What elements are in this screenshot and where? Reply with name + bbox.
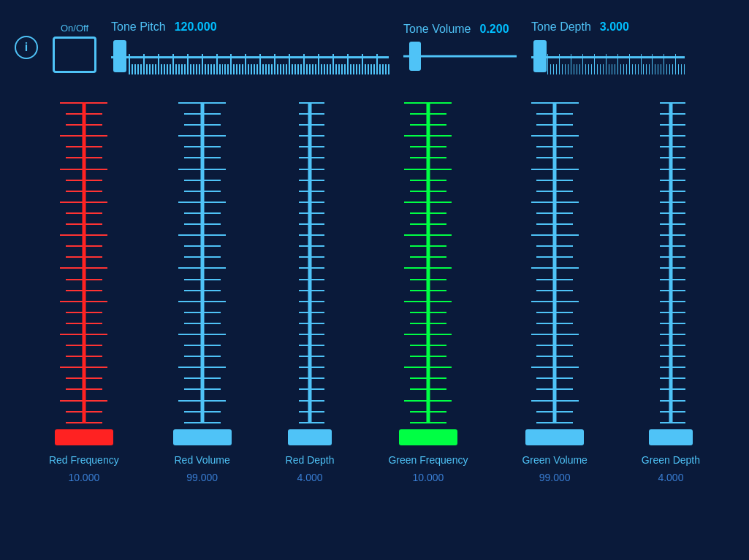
red-volume-value: 99.000 [186,472,218,483]
pitch-thumb[interactable] [113,40,126,72]
tone-depth-label: Tone Depth [531,20,591,34]
green-frequency-label: Green Frequency [388,454,468,466]
tone-volume-value: 0.200 [480,23,509,36]
onoff-label: On/Off [61,23,88,34]
green-vol-bottom [525,429,584,445]
green-depth-col: Green Depth 4.000 [642,102,700,483]
tone-pitch-slider[interactable] [111,38,389,74]
red-vol-track [200,102,204,423]
tone-depth-group: Tone Depth 3.000 [531,20,685,74]
red-depth-slider[interactable] [288,102,332,445]
red-freq-bottom [55,429,113,445]
green-volume-value: 99.000 [539,472,571,483]
green-vol-track [553,102,557,423]
info-button[interactable]: i [15,36,38,59]
depth-thumb[interactable] [533,40,547,72]
tone-depth-slider[interactable] [531,38,685,74]
red-frequency-slider[interactable] [55,102,113,445]
red-depth-bottom [288,429,332,445]
onoff-section: On/Off [53,23,96,73]
green-depth-label: Green Depth [642,454,700,466]
tone-depth-value: 3.000 [600,20,629,34]
tone-volume-label: Tone Volume [403,23,471,36]
green-depth-value: 4.000 [658,472,683,483]
green-depth-track [669,102,672,423]
red-frequency-label: Red Frequency [49,454,119,466]
red-frequency-value: 10.000 [68,472,99,483]
green-volume-label: Green Volume [522,454,588,466]
green-frequency-col: Green Frequency 10.000 [388,102,468,483]
red-depth-value: 4.000 [297,472,323,483]
green-freq-bottom [399,429,457,445]
green-depth-slider[interactable] [649,102,693,445]
main-sliders: Red Frequency 10.000 Red Volume 99.000 R… [0,95,749,560]
green-volume-slider[interactable] [525,102,584,445]
green-volume-col: Green Volume 99.000 [522,102,588,483]
green-frequency-value: 10.000 [413,472,444,483]
red-volume-label: Red Volume [175,454,230,466]
red-volume-slider[interactable] [173,102,232,445]
info-icon: i [25,41,28,54]
tone-pitch-value: 120.000 [175,20,217,34]
tone-volume-group: Tone Volume 0.200 [403,23,517,72]
red-depth-label: Red Depth [286,454,335,466]
tone-volume-slider[interactable] [403,40,517,72]
tone-pitch-group: Tone Pitch 120.000 [111,20,389,74]
onoff-toggle[interactable] [53,37,96,73]
red-vol-bottom [173,429,232,445]
red-volume-col: Red Volume 99.000 [173,102,232,483]
green-depth-bottom [649,429,693,445]
red-depth-col: Red Depth 4.000 [286,102,335,483]
red-freq-track [82,102,85,423]
green-freq-track [426,102,430,423]
header: i On/Off Tone Pitch 120.000 Tone Volume … [0,0,749,95]
depth-ticks [531,38,685,74]
green-frequency-slider[interactable] [399,102,457,445]
tone-pitch-label: Tone Pitch [111,20,166,34]
red-frequency-col: Red Frequency 10.000 [49,102,119,483]
pitch-ticks [111,38,389,74]
red-depth-track [308,102,312,423]
vol-thumb[interactable] [409,42,421,71]
